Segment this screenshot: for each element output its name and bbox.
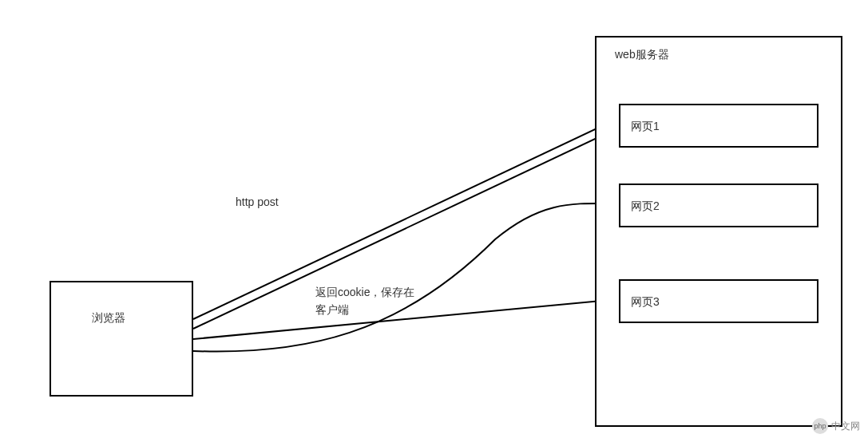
http-post-label: http post (236, 195, 279, 208)
php-logo-icon: php (812, 418, 828, 434)
page-3-label: 网页3 (631, 295, 660, 310)
page-2-label: 网页2 (631, 199, 660, 214)
cookie-label-line-1: 返回cookie，保存在 (315, 283, 414, 301)
browser-box (50, 281, 193, 397)
cookie-return-label: 返回cookie，保存在 客户端 (315, 283, 414, 319)
watermark-text: 中文网 (831, 420, 860, 433)
cookie-label-line-2: 客户端 (315, 301, 414, 318)
browser-label: 浏览器 (92, 311, 125, 326)
page-1-label: 网页1 (631, 120, 660, 134)
server-box (595, 36, 842, 427)
server-label: web服务器 (615, 48, 669, 62)
watermark: php 中文网 (812, 418, 860, 434)
